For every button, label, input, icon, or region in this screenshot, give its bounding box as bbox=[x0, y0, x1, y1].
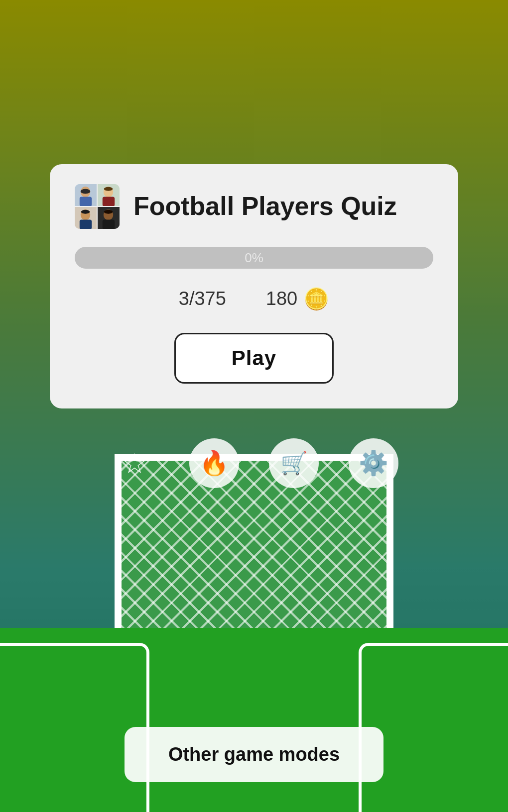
settings-button[interactable]: ⚙️ bbox=[349, 438, 398, 488]
stats-row: 3/375 180 🪙 bbox=[75, 287, 433, 311]
progress-bar-container: 0% bbox=[75, 247, 433, 269]
coins-stat: 180 🪙 bbox=[266, 287, 329, 311]
field-section: Other game modes bbox=[0, 464, 508, 812]
player-face-3 bbox=[75, 207, 97, 229]
svg-point-11 bbox=[81, 210, 90, 214]
fire-icon: 🔥 bbox=[199, 449, 229, 477]
field-line-right bbox=[359, 643, 508, 812]
score-stat: 3/375 bbox=[179, 288, 226, 309]
score-display: 3/375 bbox=[179, 288, 226, 309]
svg-point-7 bbox=[104, 187, 113, 191]
coin-icon: 🪙 bbox=[303, 287, 329, 311]
svg-point-15 bbox=[104, 210, 113, 214]
hot-button[interactable]: 🔥 bbox=[189, 438, 239, 488]
svg-rect-14 bbox=[103, 219, 115, 229]
favorites-button[interactable]: ☆ bbox=[110, 438, 159, 488]
player-face-4 bbox=[98, 207, 120, 229]
svg-point-3 bbox=[81, 189, 91, 194]
player-collage bbox=[75, 184, 120, 229]
icon-row: ☆ 🔥 🛒 ⚙️ bbox=[110, 438, 398, 488]
progress-label: 0% bbox=[245, 250, 263, 266]
svg-rect-10 bbox=[80, 219, 92, 229]
field-line-left bbox=[0, 643, 149, 812]
svg-rect-2 bbox=[80, 197, 92, 206]
quiz-title: Football Players Quiz bbox=[133, 192, 397, 220]
shop-button[interactable]: 🛒 bbox=[269, 438, 319, 488]
quiz-card: Football Players Quiz 0% 3/375 180 🪙 Pla… bbox=[50, 164, 458, 408]
star-icon: ☆ bbox=[122, 447, 147, 480]
player-face-2 bbox=[98, 184, 120, 206]
gear-icon: ⚙️ bbox=[359, 449, 388, 477]
other-game-modes-button[interactable]: Other game modes bbox=[125, 727, 383, 782]
cart-icon: 🛒 bbox=[280, 450, 308, 476]
quiz-header: Football Players Quiz bbox=[75, 184, 433, 229]
field-ground bbox=[0, 628, 508, 812]
coins-value: 180 bbox=[266, 288, 297, 309]
player-face-1 bbox=[75, 184, 97, 206]
svg-rect-6 bbox=[103, 197, 115, 206]
play-button[interactable]: Play bbox=[174, 333, 334, 384]
